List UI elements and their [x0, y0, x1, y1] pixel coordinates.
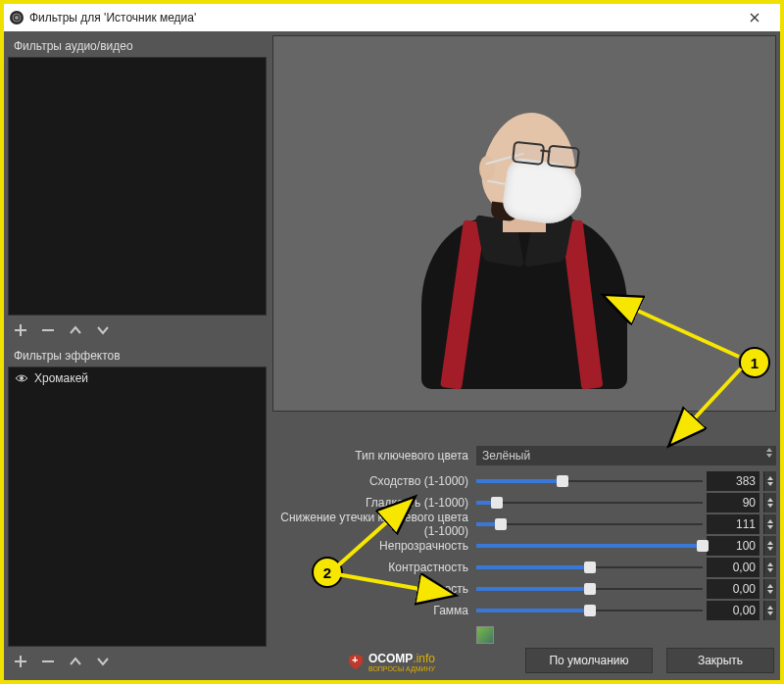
- setting-row: Контрастность0,00: [272, 557, 776, 578]
- setting-value[interactable]: 90: [707, 493, 760, 513]
- setting-spin-buttons[interactable]: [763, 558, 776, 577]
- list-item[interactable]: Хромакей: [9, 367, 266, 389]
- watermark-sub: ВОПРОСЫ АДМИНУ: [368, 665, 435, 672]
- move-up-fx-filter-button[interactable]: [67, 653, 84, 670]
- setting-slider[interactable]: [476, 602, 703, 619]
- titlebar: Фильтры для 'Источник медиа': [4, 4, 780, 32]
- setting-row: Непрозрачность100: [272, 535, 776, 557]
- add-fx-filter-button[interactable]: [12, 653, 29, 670]
- setting-row: Гамма0,00: [272, 600, 776, 621]
- watermark-brand: OCOMP: [368, 652, 413, 665]
- audio-video-filters-label: Фильтры аудио/видео: [8, 35, 267, 57]
- add-av-filter-button[interactable]: [12, 321, 29, 339]
- key-color-type-value: Зелёный: [482, 449, 530, 463]
- setting-spin-buttons[interactable]: [763, 514, 776, 534]
- setting-row: Сходство (1-1000)383: [272, 470, 776, 492]
- watermark-shield-icon: [349, 655, 363, 670]
- svg-point-1: [15, 16, 19, 20]
- bottom-bar: По умолчанию Закрыть: [270, 647, 774, 674]
- visibility-icon[interactable]: [15, 371, 28, 385]
- setting-value[interactable]: 0,00: [707, 601, 760, 620]
- key-color-type-row: Тип ключевого цвета Зелёный: [272, 445, 776, 466]
- setting-slider[interactable]: [476, 515, 703, 533]
- setting-slider[interactable]: [476, 494, 703, 512]
- setting-spin-buttons[interactable]: [763, 536, 776, 556]
- close-dialog-button[interactable]: Закрыть: [666, 648, 774, 673]
- setting-row: Снижение утечки ключевого цвета (1-1000)…: [272, 513, 776, 535]
- setting-slider[interactable]: [476, 580, 703, 598]
- setting-value[interactable]: 383: [707, 471, 760, 491]
- remove-av-filter-button[interactable]: [39, 321, 57, 339]
- preview-area: [272, 35, 776, 412]
- setting-label: Непрозрачность: [272, 539, 468, 553]
- key-color-type-label: Тип ключевого цвета: [272, 449, 468, 463]
- annotation-badge-2: 2: [312, 557, 343, 588]
- setting-slider[interactable]: [476, 472, 703, 490]
- setting-label: Контрастность: [272, 561, 468, 574]
- remove-fx-filter-button[interactable]: [39, 653, 57, 670]
- effect-filters-list[interactable]: Хромакей: [8, 366, 267, 647]
- key-color-type-select[interactable]: Зелёный: [476, 446, 776, 465]
- close-button[interactable]: [733, 4, 776, 31]
- setting-label: Яркость: [272, 582, 468, 596]
- watermark-tld: .info: [413, 652, 435, 665]
- annotation-badge-1: 1: [739, 347, 770, 378]
- setting-value[interactable]: 111: [707, 514, 760, 534]
- setting-slider[interactable]: [476, 559, 703, 576]
- preview-subject: [397, 75, 652, 389]
- move-up-av-filter-button[interactable]: [67, 321, 84, 339]
- setting-spin-buttons[interactable]: [763, 579, 776, 599]
- left-pane: Фильтры аудио/видео Фильтры эффектов Хро…: [4, 31, 267, 680]
- setting-label: Гамма: [272, 604, 468, 617]
- combo-updown-icon: [766, 448, 772, 458]
- move-down-fx-filter-button[interactable]: [94, 653, 112, 670]
- setting-label: Снижение утечки ключевого цвета (1-1000): [272, 511, 468, 538]
- setting-spin-buttons[interactable]: [763, 493, 776, 513]
- audio-video-filters-list[interactable]: [8, 57, 267, 316]
- list-item-label: Хромакей: [34, 371, 88, 385]
- audio-video-filter-controls: [8, 316, 267, 345]
- defaults-button[interactable]: По умолчанию: [525, 648, 653, 673]
- effect-filters-label: Фильтры эффектов: [8, 345, 267, 366]
- setting-value[interactable]: 0,00: [707, 579, 760, 599]
- effect-filter-controls: [8, 647, 267, 676]
- filter-settings: Тип ключевого цвета Зелёный Сходство (1-…: [272, 445, 776, 645]
- right-pane: Тип ключевого цвета Зелёный Сходство (1-…: [267, 31, 780, 680]
- move-down-av-filter-button[interactable]: [94, 321, 112, 339]
- setting-spin-buttons[interactable]: [763, 601, 776, 620]
- app-icon: [10, 11, 24, 24]
- key-color-swatch[interactable]: [476, 626, 494, 644]
- setting-value[interactable]: 0,00: [707, 558, 760, 577]
- setting-spin-buttons[interactable]: [763, 471, 776, 491]
- setting-label: Гладкость (1-1000): [272, 496, 468, 510]
- setting-row: Яркость0,00: [272, 578, 776, 600]
- window-title: Фильтры для 'Источник медиа': [29, 11, 733, 24]
- watermark: OCOMP.info ВОПРОСЫ АДМИНУ: [349, 652, 435, 672]
- setting-slider[interactable]: [476, 537, 703, 555]
- setting-value[interactable]: 100: [707, 536, 760, 556]
- setting-label: Сходство (1-1000): [272, 474, 468, 488]
- svg-point-2: [20, 376, 24, 380]
